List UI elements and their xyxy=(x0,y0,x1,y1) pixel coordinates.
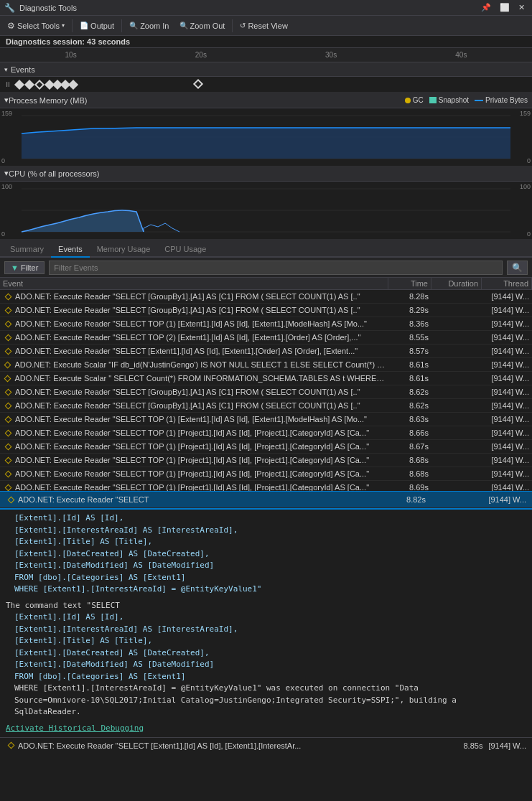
zoom-out-label: Zoom Out xyxy=(190,22,225,30)
pin-button[interactable]: 📌 xyxy=(478,3,494,12)
row-icon-4 xyxy=(3,346,13,356)
table-row[interactable]: ADO.NET: Execute Reader "SELECT TOP (1) … xyxy=(0,467,532,481)
row-thread-14: [9144] W... xyxy=(482,482,532,491)
toolbar-separator-2 xyxy=(121,19,122,32)
tab-summary[interactable]: Summary xyxy=(3,242,51,258)
table-row[interactable]: ADO.NET: Execute Reader "SELECT TOP (1) … xyxy=(0,454,532,467)
code-line-5: [Extent1].[DateModified] AS [DateModifie… xyxy=(6,560,526,572)
row-thread-2: [9144] W... xyxy=(482,318,532,329)
event-diamonds-multi xyxy=(46,81,77,88)
events-section-header[interactable]: ▾ Events xyxy=(0,62,532,77)
row-thread-0: [9144] W... xyxy=(482,291,532,302)
cpu-header: ▾ CPU (% of all processors) xyxy=(0,166,532,182)
selected-row[interactable]: ADO.NET: Execute Reader "SELECT 8.82s [9… xyxy=(0,491,532,508)
row-time-9: 8.63s xyxy=(388,413,431,425)
row-time-4: 8.57s xyxy=(388,345,431,357)
row-event-3: ADO.NET: Execute Reader "SELECT TOP (2) … xyxy=(0,331,388,344)
bottom-row: ADO.NET: Execute Reader "SELECT [Extent1… xyxy=(0,737,532,753)
ruler-mark-20s: 20s xyxy=(195,51,207,59)
events-table[interactable]: ADO.NET: Execute Reader "SELECT [GroupBy… xyxy=(0,290,532,491)
table-row[interactable]: ADO.NET: Execute Scalar "IF db_id(N'Just… xyxy=(0,358,532,372)
activate-link-container: Activate Historical Debugging xyxy=(6,723,526,735)
table-row[interactable]: ADO.NET: Execute Reader "SELECT TOP (2) … xyxy=(0,331,532,345)
row-duration-3 xyxy=(431,336,482,339)
table-row[interactable]: ADO.NET: Execute Reader "SELECT TOP (1) … xyxy=(0,426,532,440)
filter-icon: ▼ xyxy=(11,263,19,272)
selected-row-thread: [9144] W... xyxy=(479,494,529,505)
table-row[interactable]: ADO.NET: Execute Scalar " SELECT Count(*… xyxy=(0,372,532,385)
detail-note-text: The command text "SELECT xyxy=(6,601,120,610)
note-line-8: Source=Omnivore-10\SQL2017;Initial Catal… xyxy=(14,695,526,707)
select-tools-label: Select Tools xyxy=(17,22,60,30)
close-button[interactable]: ✕ xyxy=(515,3,528,12)
pause-icon: ⏸ xyxy=(4,80,11,88)
table-row[interactable]: ADO.NET: Execute Reader "SELECT [GroupBy… xyxy=(0,290,532,304)
event-diamond-1 xyxy=(14,79,24,89)
row-icon-10 xyxy=(3,428,13,438)
table-row[interactable]: ADO.NET: Execute Reader "SELECT TOP (1) … xyxy=(0,481,532,491)
zoom-in-icon: 🔍 xyxy=(129,22,138,29)
output-button[interactable]: 📄 Output xyxy=(75,20,118,32)
table-row[interactable]: ADO.NET: Execute Reader "SELECT [GroupBy… xyxy=(0,399,532,413)
filter-input[interactable] xyxy=(49,261,503,275)
gc-legend-dot xyxy=(405,98,411,103)
row-event-8: ADO.NET: Execute Reader "SELECT [GroupBy… xyxy=(0,399,388,412)
row-icon-6 xyxy=(3,373,12,383)
table-row[interactable]: ADO.NET: Execute Reader "SELECT TOP (1) … xyxy=(0,440,532,454)
row-thread-4: [9144] W... xyxy=(482,345,532,357)
tabs-bar: Summary Events Memory Usage CPU Usage xyxy=(0,239,532,258)
float-button[interactable]: ⬜ xyxy=(497,3,513,12)
row-event-14: ADO.NET: Execute Reader "SELECT TOP (1) … xyxy=(0,481,388,491)
row-thread-7: [9144] W... xyxy=(482,386,532,398)
bottom-row-time: 8.85s xyxy=(463,741,482,750)
private-bytes-legend-label: Private Bytes xyxy=(485,96,528,104)
event-diamond-2 xyxy=(24,79,34,89)
process-memory-y-right: 159 0 xyxy=(510,108,532,166)
code-line-1: [Extent1].[Id] AS [Id], xyxy=(6,512,526,525)
note-code: [Extent1].[Id] AS [Id], [Extent1].[Inter… xyxy=(6,612,526,718)
row-time-6: 8.61s xyxy=(388,373,431,384)
row-thread-8: [9144] W... xyxy=(482,400,532,411)
tab-cpu-usage[interactable]: CPU Usage xyxy=(157,242,213,258)
process-memory-legend: GC Snapshot Private Bytes xyxy=(405,96,528,104)
selected-row-icon xyxy=(6,495,16,505)
zoom-out-button[interactable]: 🔍 Zoom Out xyxy=(175,20,230,32)
search-icon: 🔍 xyxy=(512,263,523,273)
row-event-2: ADO.NET: Execute Reader "SELECT TOP (1) … xyxy=(0,317,388,330)
select-tools-button[interactable]: ⚙ Select Tools ▾ xyxy=(3,19,69,32)
tab-events[interactable]: Events xyxy=(51,242,90,258)
table-row[interactable]: ADO.NET: Execute Reader "SELECT TOP (1) … xyxy=(0,317,532,331)
session-label: Diagnostics session: xyxy=(6,37,85,46)
detail-note-section: The command text "SELECT [Extent1].[Id] … xyxy=(6,600,526,735)
tab-memory-usage[interactable]: Memory Usage xyxy=(90,242,158,258)
event-diamond-5 xyxy=(193,78,203,88)
zoom-in-button[interactable]: 🔍 Zoom In xyxy=(125,20,173,32)
snapshot-legend-icon xyxy=(429,97,437,103)
process-memory-section: ▾ Process Memory (MB) GC Snapshot Privat… xyxy=(0,93,532,166)
output-label: Output xyxy=(90,22,114,30)
row-event-11: ADO.NET: Execute Reader "SELECT TOP (1) … xyxy=(0,440,388,453)
table-row[interactable]: ADO.NET: Execute Reader "SELECT [Extent1… xyxy=(0,345,532,358)
toolbar-separator-3 xyxy=(232,19,233,32)
row-thread-11: [9144] W... xyxy=(482,441,532,452)
cpu-svg xyxy=(0,182,532,239)
note-line-5: [Extent1].[DateModified] AS [DateModifie… xyxy=(14,659,526,671)
table-row[interactable]: ADO.NET: Execute Reader "SELECT [GroupBy… xyxy=(0,304,532,317)
row-time-14: 8.69s xyxy=(388,482,431,491)
reset-view-label: Reset View xyxy=(248,22,287,30)
row-icon-9 xyxy=(3,414,13,424)
activate-historical-debugging-link[interactable]: Activate Historical Debugging xyxy=(6,723,144,733)
session-info: Diagnostics session: 43 seconds xyxy=(0,36,532,48)
cpu-y-left: 100 0 xyxy=(0,182,22,239)
search-button[interactable]: 🔍 xyxy=(507,261,528,275)
reset-view-button[interactable]: ↺ Reset View xyxy=(235,20,291,32)
row-event-13: ADO.NET: Execute Reader "SELECT TOP (1) … xyxy=(0,467,388,480)
note-line-1: [Extent1].[Id] AS [Id], xyxy=(14,612,526,624)
row-time-12: 8.68s xyxy=(388,454,431,466)
filter-button[interactable]: ▼ Filter xyxy=(4,261,45,274)
table-row[interactable]: ADO.NET: Execute Reader "SELECT [GroupBy… xyxy=(0,385,532,399)
row-time-0: 8.28s xyxy=(388,291,431,302)
table-row[interactable]: ADO.NET: Execute Reader "SELECT TOP (1) … xyxy=(0,413,532,426)
toolbar: ⚙ Select Tools ▾ 📄 Output 🔍 Zoom In 🔍 Zo… xyxy=(0,16,532,36)
events-row: ⏸ xyxy=(0,77,532,93)
